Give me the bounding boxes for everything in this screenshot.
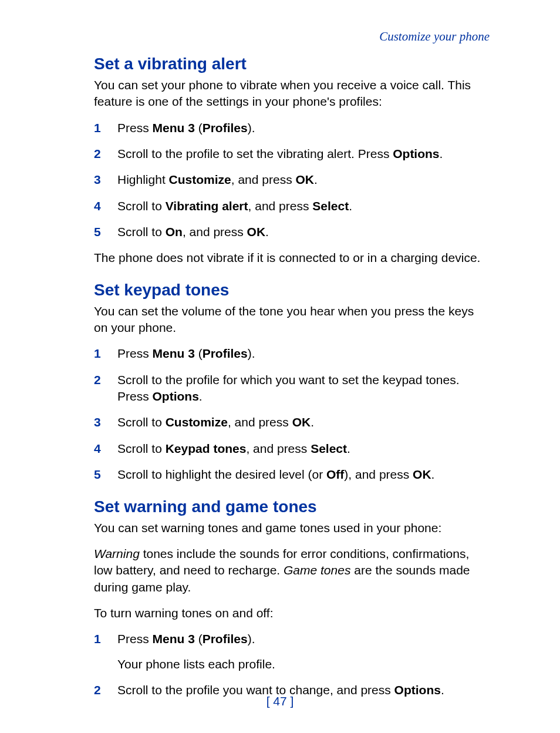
step-list: Press Menu 3 (Profiles).Scroll to the pr… xyxy=(94,345,490,483)
section-outro: The phone does not vibrate if it is conn… xyxy=(94,250,490,266)
step-item: Scroll to Keypad tones, and press Select… xyxy=(94,441,490,457)
step-item: Scroll to the profile to set the vibrati… xyxy=(94,146,490,162)
step-subtext: Your phone lists each profile. xyxy=(117,656,490,673)
step-item: Scroll to Customize, and press OK. xyxy=(94,414,490,431)
step-item: Press Menu 3 (Profiles). xyxy=(94,120,490,136)
section: Set keypad tonesYou can set the volume o… xyxy=(94,281,490,483)
step-list: Press Menu 3 (Profiles).Your phone lists… xyxy=(94,631,490,698)
page-number: [ 47 ] xyxy=(0,694,560,708)
step-item: Scroll to Vibrating alert, and press Sel… xyxy=(94,198,490,214)
step-item: Scroll to On, and press OK. xyxy=(94,224,490,240)
section-heading: Set keypad tones xyxy=(94,281,490,300)
section-intro: You can set the volume of the tone you h… xyxy=(94,303,490,337)
step-item: Press Menu 3 (Profiles).Your phone lists… xyxy=(94,631,490,673)
step-item: Scroll to the profile for which you want… xyxy=(94,372,490,405)
section-paragraph: To turn warning tones on and off: xyxy=(94,605,490,621)
step-item: Press Menu 3 (Profiles). xyxy=(94,345,490,362)
section: Set a vibrating alertYou can set your ph… xyxy=(94,55,490,267)
section-heading: Set a vibrating alert xyxy=(94,55,490,73)
step-item: Highlight Customize, and press OK. xyxy=(94,172,490,188)
section-intro: You can set your phone to vibrate when y… xyxy=(94,77,490,110)
section-intro: You can set warning tones and game tones… xyxy=(94,520,490,536)
section-heading: Set warning and game tones xyxy=(94,497,490,516)
step-item: Scroll to highlight the desired level (o… xyxy=(94,466,490,483)
section: Set warning and game tonesYou can set wa… xyxy=(94,497,490,699)
step-list: Press Menu 3 (Profiles).Scroll to the pr… xyxy=(94,120,490,241)
manual-page: Customize your phone Set a vibrating ale… xyxy=(0,0,560,733)
section-paragraph: Warning tones include the sounds for err… xyxy=(94,546,490,596)
breadcrumb: Customize your phone xyxy=(94,29,490,44)
